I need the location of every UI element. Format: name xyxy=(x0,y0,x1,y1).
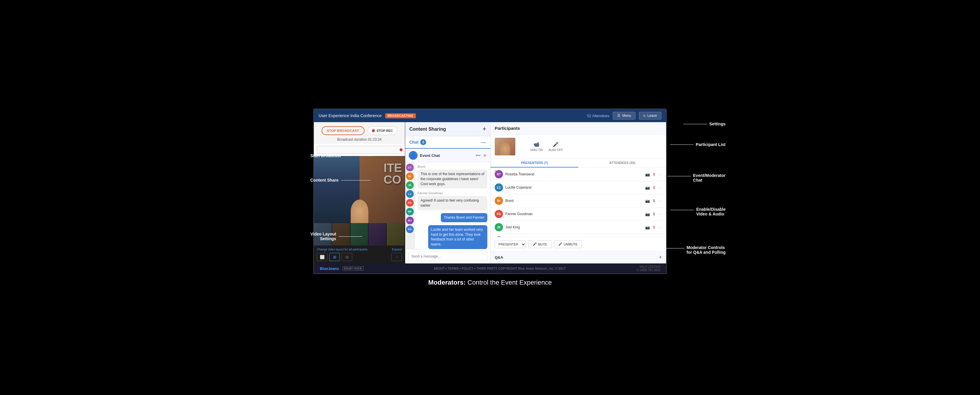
attendees-tab[interactable]: ATTENDEES (45) xyxy=(578,159,666,168)
page-title: Moderators: Control the Event Experience xyxy=(313,279,667,286)
avatar: Br xyxy=(495,197,503,205)
chat-tab-minus-icon[interactable]: — xyxy=(481,139,486,145)
more-options-icon[interactable]: ··· xyxy=(659,212,662,216)
more-options-icon[interactable]: ··· xyxy=(659,185,662,190)
event-chat-close-icon[interactable]: ✕ xyxy=(483,153,487,159)
video-icon[interactable]: 📷 xyxy=(645,172,650,177)
layout-label: Change video layout for all participants… xyxy=(317,248,402,251)
video-icon[interactable]: 📷 xyxy=(645,212,650,216)
event-chat-dots-icon[interactable]: ••• xyxy=(476,153,480,159)
video-person: ITECO xyxy=(314,156,405,223)
page-title-prefix: Moderators: xyxy=(428,279,466,286)
leave-label: Leave xyxy=(647,114,657,118)
video-on-label: Video ON xyxy=(530,148,543,152)
leave-icon: ⎋ xyxy=(643,114,646,118)
presenters-tab[interactable]: PRESENTERS (7) xyxy=(491,159,578,168)
video-off-icon[interactable]: 📷 xyxy=(645,225,650,230)
stop-rec-button[interactable]: STOP REC xyxy=(368,126,398,135)
menu-button[interactable]: ☰ Menu xyxy=(613,112,635,119)
participant-tab-active[interactable]: FG xyxy=(406,225,414,233)
participant-tab-br[interactable]: Br xyxy=(406,173,414,180)
presenter-select[interactable]: PRESENTER xyxy=(495,241,526,248)
layout-grid-icon: ⊞ xyxy=(333,255,336,259)
participant-tab-li[interactable]: LJ xyxy=(406,190,414,198)
layout-grid-button[interactable]: ⊞ xyxy=(329,253,340,261)
leave-button[interactable]: ⎋ Leave xyxy=(639,112,661,119)
help-center-label: HELP CENTER xyxy=(636,265,660,268)
participant-tab-mf[interactable]: MF xyxy=(406,208,414,216)
participant-name: Brent xyxy=(505,199,643,203)
chat-tab-label: Chat xyxy=(409,140,418,144)
participant-controls: 📷 🎙 ··· xyxy=(645,172,662,177)
app-window: User Experience India Conference BROADCA… xyxy=(313,109,667,274)
participant-tab-fg[interactable]: FG xyxy=(406,199,414,207)
chat-body: LC Br JK LJ FG MF MJ FG Brent This is on xyxy=(405,162,490,249)
mic-icon[interactable]: 🎙 xyxy=(652,212,656,216)
content-sharing-plus-icon[interactable]: + xyxy=(483,126,486,132)
event-chat-icon: 👤 xyxy=(409,151,418,160)
video-sign-overlay: ITECO xyxy=(360,156,405,223)
chat-tab[interactable]: Chat 3 xyxy=(409,136,426,148)
mute-button[interactable]: 🎤 MUTE xyxy=(528,240,552,248)
chat-input-area xyxy=(405,249,490,263)
layout-single-button[interactable]: ⬜ xyxy=(317,253,328,261)
table-row: JK Joel King 📷 🎙 ··· xyxy=(491,221,666,234)
mute-label: MUTE xyxy=(538,243,547,246)
mute-icon: 🎤 xyxy=(533,242,537,246)
chat-input[interactable] xyxy=(408,252,487,261)
content-share-input[interactable] xyxy=(317,146,402,154)
chat-badge: 3 xyxy=(420,139,426,145)
message-bubble-own-2: Lucille and her team worked very hard to… xyxy=(428,225,487,249)
annotation-participant-list-label: Participant List xyxy=(696,142,725,147)
event-chat-label: Event Chat xyxy=(420,153,476,158)
audio-off-label: Audio OFF xyxy=(549,148,563,152)
audio-off-icon[interactable]: 🎤 xyxy=(553,141,558,147)
message-bubble-own-1: Thanks Brent and Fannie! xyxy=(441,213,487,222)
stop-broadcast-button[interactable]: STOP BROADCAST xyxy=(321,126,364,135)
more-options-icon[interactable]: ··· xyxy=(659,225,662,230)
participant-controls: 📷 🎙 ··· xyxy=(645,225,662,230)
av-button-group: 📹 Video ON 🎤 Audio OFF xyxy=(530,141,563,152)
event-chat-actions: ••• ✕ xyxy=(476,153,487,159)
thumb-3 xyxy=(350,223,369,246)
mic-off-icon[interactable]: 🎙 xyxy=(652,225,656,230)
message-group-1: Brent This is one of the best representa… xyxy=(418,165,487,188)
mic-icon[interactable]: 🎙 xyxy=(652,199,656,203)
video-icon[interactable]: 📷 xyxy=(645,199,650,203)
recording-indicator-dot xyxy=(399,148,402,151)
more-options-icon[interactable]: ··· xyxy=(659,172,662,177)
message-group-3: Thanks Brent and Fannie! xyxy=(418,213,487,222)
annotation-settings-label: Settings xyxy=(710,122,725,126)
table-row: FG Fannie Goodman 📷 🎙 ··· xyxy=(491,208,666,221)
messages-area: Brent This is one of the best representa… xyxy=(415,162,490,249)
right-panel: Participants 📹 Video ON 🎤 xyxy=(491,122,666,263)
message-sender-2: Fannie Goodman xyxy=(418,191,487,195)
chat-tab-bar: Chat 3 — xyxy=(405,136,490,149)
content-sharing-title: Content Sharing xyxy=(409,127,446,132)
chat-title: Content Sharing + xyxy=(409,126,486,132)
participant-name: Fannie Goodman xyxy=(505,212,643,216)
mic-off-icon[interactable]: 🎙 xyxy=(652,186,656,190)
more-options-icon[interactable]: ··· xyxy=(659,198,662,203)
participant-tab-lc[interactable]: LC xyxy=(406,163,414,171)
unmute-button[interactable]: 🎤 UNMUTE xyxy=(554,240,582,248)
video-on-icon[interactable]: 📹 xyxy=(534,141,539,147)
layout-expand-button[interactable]: → xyxy=(391,253,402,261)
message-sender-1: Brent xyxy=(418,165,487,168)
avatar: JK xyxy=(495,223,503,232)
layout-multi-button[interactable]: ⊟ xyxy=(342,253,352,261)
avatar: LC xyxy=(495,183,503,192)
participant-type-tabs: PRESENTERS (7) ATTENDEES (45) xyxy=(491,159,666,168)
video-off-icon[interactable]: 📷 xyxy=(645,186,650,190)
mic-off-icon[interactable]: 🎙 xyxy=(652,172,656,177)
layout-single-icon: ⬜ xyxy=(320,255,325,259)
star-icon: ★ xyxy=(494,170,496,172)
conference-title: User Experience India Conference xyxy=(319,113,382,118)
participant-controls: 📷 🎙 ··· xyxy=(645,212,662,216)
qa-bar: Q&A + xyxy=(491,251,666,263)
annotation-av-label: Enable/Disable xyxy=(696,207,725,212)
participant-tab-jk[interactable]: JK xyxy=(406,181,414,189)
middle-panel: Content Sharing + Chat 3 — 👤 xyxy=(405,122,491,263)
participant-tab-mj[interactable]: MJ xyxy=(406,217,414,224)
qa-plus-icon[interactable]: + xyxy=(659,254,662,260)
